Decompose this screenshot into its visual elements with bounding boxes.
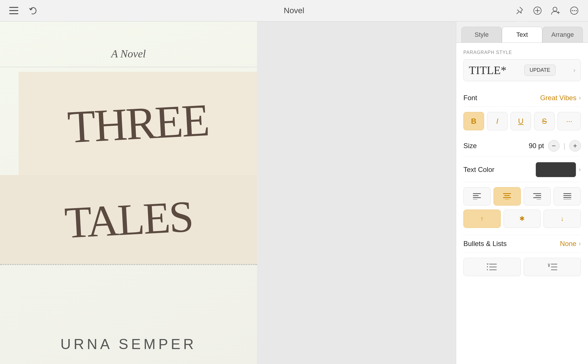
strikethrough-button[interactable]: S (534, 112, 555, 130)
more-font-button[interactable]: ··· (558, 112, 581, 130)
svg-rect-30 (489, 270, 497, 270)
font-value[interactable]: Great Vibes › (540, 94, 581, 102)
svg-rect-19 (533, 197, 541, 198)
bold-button[interactable]: B (463, 112, 484, 130)
size-row: Size 90 pt − | + (463, 135, 581, 156)
text-color-row: Text Color › (463, 158, 581, 182)
toolbar-left (9, 5, 38, 16)
svg-rect-14 (504, 195, 510, 196)
tab-arrange[interactable]: Arrange (542, 27, 583, 42)
undo-icon[interactable] (28, 5, 38, 16)
align-justify-button[interactable] (554, 187, 581, 206)
svg-rect-16 (505, 199, 509, 200)
list-style-2-button[interactable] (524, 258, 581, 276)
underline-button[interactable]: U (510, 112, 531, 130)
svg-rect-0 (9, 7, 18, 8)
svg-rect-29 (489, 267, 497, 267)
bullets-label: Bullets & Lists (463, 240, 507, 248)
valign-top-button[interactable]: ↑ (463, 210, 501, 228)
svg-rect-15 (503, 197, 511, 198)
tab-style[interactable]: Style (461, 27, 502, 42)
subtitle-text: A Novel (0, 47, 257, 60)
book-cover-lower[interactable]: TALES (0, 175, 257, 264)
svg-point-8 (576, 10, 577, 11)
text-color-label: Text Color (463, 166, 494, 174)
bullets-row[interactable]: Bullets & Lists None › (463, 235, 581, 253)
lower-script-text: TALES (63, 194, 193, 245)
svg-rect-11 (473, 197, 481, 198)
canvas-area: A Novel THREE TALES URNA SEMPER (0, 22, 257, 364)
font-style-row: B I U S ··· (463, 112, 581, 130)
page-content: A Novel THREE TALES URNA SEMPER (0, 22, 257, 364)
tab-text[interactable]: Text (502, 27, 542, 42)
bullets-current: None (560, 240, 576, 248)
toolbar-right (514, 5, 579, 16)
document-title: Novel (284, 6, 304, 15)
svg-rect-31 (551, 264, 557, 264)
svg-rect-17 (533, 193, 541, 194)
bottom-text: URNA SEMPER (0, 336, 257, 353)
divider-line (0, 67, 257, 67)
pin-icon[interactable] (514, 5, 524, 16)
svg-rect-32 (551, 267, 557, 267)
vertical-alignment-row: ↑ ✱ ↓ (463, 210, 581, 228)
font-row[interactable]: Font Great Vibes › (463, 89, 581, 107)
font-label: Font (463, 94, 477, 102)
svg-rect-24 (563, 199, 571, 200)
svg-point-4 (553, 7, 557, 11)
bullets-chevron: › (579, 240, 581, 247)
svg-rect-28 (489, 264, 497, 264)
valign-bottom-button[interactable]: ↓ (543, 210, 581, 228)
svg-point-7 (574, 10, 575, 11)
svg-rect-10 (473, 195, 479, 196)
svg-rect-1 (9, 10, 18, 11)
svg-rect-27 (487, 269, 488, 270)
right-panel: Style Text Arrange PARAGRAPH STYLE TITLE… (456, 22, 588, 364)
svg-rect-21 (563, 193, 571, 194)
svg-rect-18 (535, 195, 541, 196)
align-left-button[interactable] (463, 187, 491, 206)
paragraph-style-row[interactable]: TITLE* UPDATE › (463, 59, 581, 81)
alignment-grid (463, 187, 581, 206)
align-right-button[interactable] (524, 187, 551, 206)
dotted-line (0, 264, 257, 265)
font-name: Great Vibes (540, 94, 576, 102)
svg-rect-23 (563, 197, 571, 198)
update-button[interactable]: UPDATE (524, 65, 556, 76)
bullets-value[interactable]: None › (560, 240, 581, 248)
more-icon[interactable] (569, 5, 579, 16)
bottom-icons-row (463, 258, 581, 276)
svg-rect-2 (9, 13, 18, 14)
size-controls: 90 pt − | + (524, 140, 581, 152)
italic-button[interactable]: I (487, 112, 508, 130)
size-divider: | (564, 142, 565, 150)
menu-icon[interactable] (9, 5, 19, 16)
color-swatch[interactable] (536, 162, 576, 177)
paragraph-style-name: TITLE* (469, 63, 506, 77)
font-chevron: › (579, 94, 581, 102)
svg-rect-26 (487, 266, 488, 267)
panel-body: PARAGRAPH STYLE TITLE* UPDATE › Font Gre… (456, 42, 588, 364)
valign-middle-button[interactable]: ✱ (504, 210, 541, 228)
color-chevron: › (579, 166, 581, 173)
toolbar: Novel (0, 0, 588, 22)
list-style-1-button[interactable] (463, 258, 521, 276)
paragraph-style-label: PARAGRAPH STYLE (463, 50, 581, 55)
svg-rect-9 (473, 193, 481, 194)
size-value: 90 pt (524, 142, 544, 150)
toolbar-center: Novel (284, 6, 304, 15)
align-center-button[interactable] (494, 187, 521, 206)
svg-rect-20 (537, 199, 541, 200)
paragraph-style-chevron: › (573, 67, 575, 74)
size-decrease-button[interactable]: − (548, 140, 560, 152)
book-cover-upper[interactable]: THREE (19, 72, 257, 175)
add-user-icon[interactable] (551, 5, 561, 16)
svg-rect-12 (473, 199, 477, 200)
size-label: Size (463, 142, 477, 150)
size-increase-button[interactable]: + (569, 140, 581, 152)
svg-rect-22 (563, 195, 571, 196)
add-icon[interactable] (532, 5, 543, 16)
upper-script-text: THREE (66, 97, 209, 150)
tab-bar: Style Text Arrange (456, 22, 588, 42)
svg-rect-13 (503, 193, 511, 194)
